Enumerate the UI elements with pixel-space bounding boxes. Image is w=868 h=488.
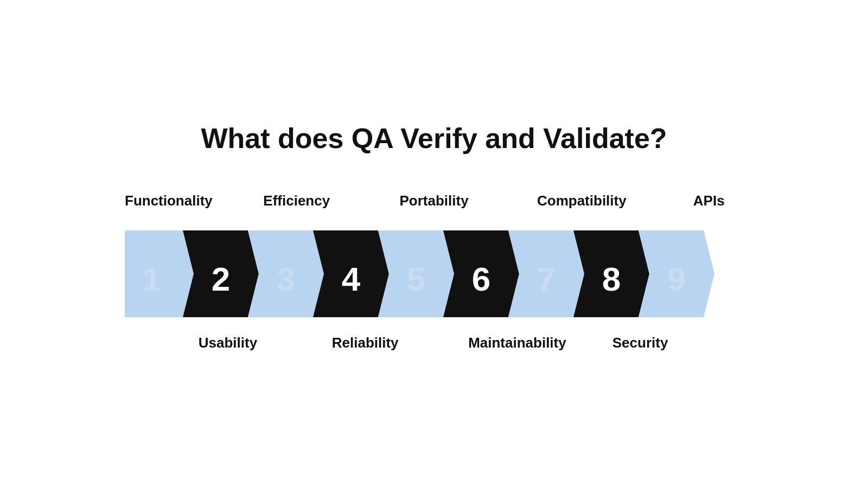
label-reliability: Reliability (331, 332, 400, 351)
svg-text:9: 9 (667, 260, 686, 298)
diagram-container: Functionality Efficiency Portability Com… (0, 187, 868, 366)
svg-text:6: 6 (472, 260, 490, 298)
svg-text:1: 1 (143, 260, 161, 298)
label-compatibility: Compatibility (537, 192, 606, 211)
page-title: What does QA Verify and Validate? (201, 122, 667, 155)
svg-text:7: 7 (537, 260, 556, 298)
arrows-svg: 1 2 3 4 5 6 7 8 9 (125, 220, 743, 328)
svg-text:4: 4 (342, 260, 361, 298)
label-apis: APIs (675, 192, 744, 211)
svg-text:2: 2 (212, 260, 230, 298)
label-functionality: Functionality (125, 192, 194, 211)
label-security: Security (606, 332, 675, 351)
label-portability: Portability (400, 192, 469, 211)
svg-text:8: 8 (602, 260, 621, 298)
svg-text:3: 3 (277, 260, 295, 298)
label-maintainability: Maintainability (468, 332, 537, 351)
label-usability: Usability (194, 332, 263, 351)
label-efficiency: Efficiency (263, 192, 331, 211)
svg-text:5: 5 (407, 260, 425, 298)
